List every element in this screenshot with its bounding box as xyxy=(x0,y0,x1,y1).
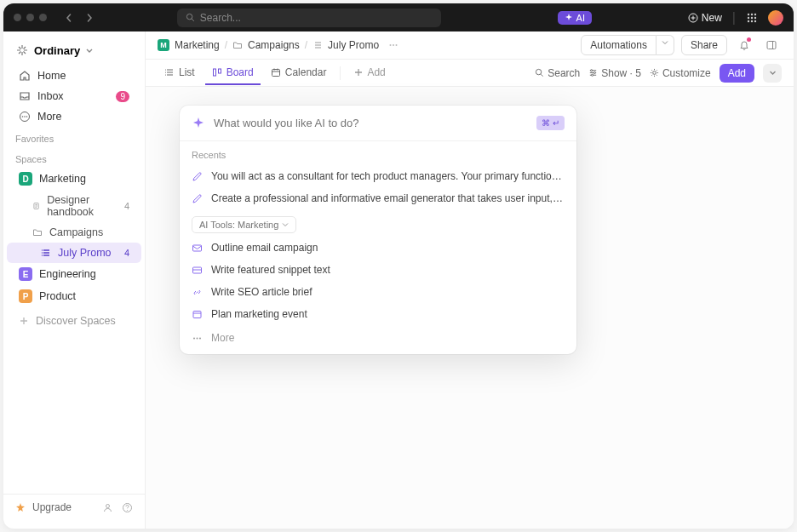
svg-point-24 xyxy=(396,44,398,46)
ai-recent-item[interactable]: You will act as a consultant for tech pr… xyxy=(180,165,576,187)
svg-point-33 xyxy=(591,70,593,72)
svg-rect-25 xyxy=(767,42,776,49)
ai-more-button[interactable]: More xyxy=(180,325,576,354)
breadcrumb-folder[interactable]: Campaigns xyxy=(248,39,300,51)
folder-icon xyxy=(232,40,243,50)
tree-designer-handbook[interactable]: Designer handbook 4 xyxy=(7,190,141,222)
activity-button[interactable] xyxy=(734,35,754,55)
svg-point-17 xyxy=(42,252,43,253)
breadcrumb-space[interactable]: Marketing xyxy=(175,39,220,51)
space-badge: E xyxy=(19,267,32,281)
tab-board[interactable]: Board xyxy=(205,61,261,85)
plus-circle-icon xyxy=(688,13,698,23)
sparkle-icon xyxy=(192,117,205,130)
ai-tool-outline-email[interactable]: Outline email campaign xyxy=(180,237,576,259)
new-button[interactable]: New xyxy=(688,12,722,24)
dots-icon xyxy=(192,333,203,344)
panel-toggle-button[interactable] xyxy=(761,35,782,55)
share-button[interactable]: Share xyxy=(681,35,727,55)
tab-calendar[interactable]: Calendar xyxy=(264,61,334,85)
ai-tool-plan-event[interactable]: Plan marketing event xyxy=(180,303,576,325)
calendar-icon xyxy=(192,309,203,320)
forward-button[interactable] xyxy=(81,9,98,26)
plus-icon xyxy=(19,316,29,326)
automations-button[interactable]: Automations xyxy=(581,35,657,55)
svg-rect-30 xyxy=(218,69,221,73)
upgrade-link[interactable]: Upgrade xyxy=(32,501,72,513)
toolbar-search[interactable]: Search xyxy=(535,67,580,79)
space-product[interactable]: P Product xyxy=(7,285,141,307)
workspace-switcher[interactable]: Ordinary xyxy=(3,40,145,66)
sidebar-item-inbox[interactable]: Inbox 9 xyxy=(7,86,141,106)
chevron-down-icon xyxy=(85,46,94,54)
toolbar-customize[interactable]: Customize xyxy=(650,67,711,79)
tab-list[interactable]: List xyxy=(158,61,202,85)
home-icon xyxy=(19,70,31,82)
svg-rect-31 xyxy=(272,69,279,76)
dots-circle-icon xyxy=(19,111,31,123)
recents-label: Recents xyxy=(180,141,576,165)
svg-point-32 xyxy=(536,69,542,74)
tree-july-promo[interactable]: July Promo 4 xyxy=(7,243,141,263)
workspace-logo-icon xyxy=(15,43,29,57)
space-badge: M xyxy=(158,39,169,51)
svg-point-41 xyxy=(197,337,198,339)
person-icon[interactable] xyxy=(102,502,113,513)
svg-point-27 xyxy=(165,72,166,72)
canvas: ⌘ ↵ Recents You will act as a consultant… xyxy=(146,87,794,529)
ai-tool-snippet[interactable]: Write featured snippet text xyxy=(180,259,576,281)
svg-point-3 xyxy=(751,13,753,14)
svg-point-7 xyxy=(754,16,756,18)
card-icon xyxy=(192,265,203,276)
svg-point-0 xyxy=(186,14,192,19)
sidebar-item-more[interactable]: More xyxy=(7,106,141,127)
svg-point-4 xyxy=(754,13,756,14)
back-button[interactable] xyxy=(60,9,77,26)
chevron-down-icon xyxy=(282,221,289,228)
folder-icon xyxy=(32,227,43,237)
svg-point-23 xyxy=(393,44,394,46)
automations-dropdown[interactable] xyxy=(657,35,674,55)
gear-icon xyxy=(650,68,659,77)
calendar-icon xyxy=(271,67,281,77)
space-badge: D xyxy=(19,172,32,186)
search-icon xyxy=(186,13,195,22)
more-icon[interactable] xyxy=(387,39,399,51)
ai-recent-item[interactable]: Create a professional and informative em… xyxy=(180,187,576,209)
search-placeholder: Search... xyxy=(200,12,241,24)
breadcrumb-list[interactable]: July Promo xyxy=(328,39,379,51)
ai-tool-seo[interactable]: Write SEO article brief xyxy=(180,281,576,303)
add-task-dropdown[interactable] xyxy=(763,64,782,83)
svg-point-12 xyxy=(22,116,24,117)
inbox-icon xyxy=(19,90,31,102)
window-titlebar: Search... AI New | xyxy=(3,3,794,31)
tree-campaigns[interactable]: Campaigns xyxy=(7,222,141,243)
ai-panel: ⌘ ↵ Recents You will act as a consultant… xyxy=(180,106,576,354)
doc-icon xyxy=(32,201,40,211)
sparkle-icon xyxy=(565,14,573,22)
svg-point-5 xyxy=(748,16,749,18)
sidebar: Ordinary Home Inbox 9 More Favorites Spa… xyxy=(3,31,146,529)
toolbar-show[interactable]: Show · 5 xyxy=(588,67,641,79)
ai-button[interactable]: AI xyxy=(558,11,592,25)
space-engineering[interactable]: E Engineering xyxy=(7,263,141,285)
sidebar-item-home[interactable]: Home xyxy=(7,66,141,86)
apps-grid-icon[interactable] xyxy=(746,12,758,24)
help-icon[interactable] xyxy=(122,502,133,513)
space-marketing[interactable]: D Marketing xyxy=(7,168,141,190)
add-view-button[interactable]: Add xyxy=(347,61,392,85)
link-icon xyxy=(192,287,203,298)
ai-prompt-input[interactable] xyxy=(214,117,528,129)
discover-spaces[interactable]: Discover Spaces xyxy=(7,311,141,331)
avatar[interactable] xyxy=(768,10,783,26)
svg-point-18 xyxy=(42,255,43,255)
svg-point-2 xyxy=(748,13,749,14)
favorites-label: Favorites xyxy=(3,127,145,147)
add-task-button[interactable]: Add xyxy=(720,64,754,83)
notification-dot xyxy=(747,37,751,42)
inbox-badge: 9 xyxy=(116,91,129,102)
sliders-icon xyxy=(588,68,598,77)
panel-icon xyxy=(765,39,777,51)
global-search[interactable]: Search... xyxy=(177,9,441,27)
ai-tools-filter[interactable]: AI Tools: Marketing xyxy=(192,216,296,233)
